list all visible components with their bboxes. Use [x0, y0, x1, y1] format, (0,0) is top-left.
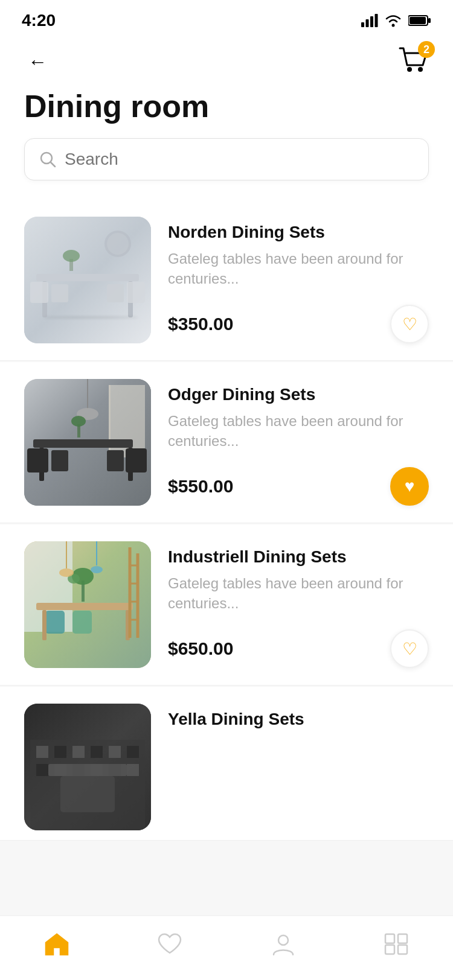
svg-rect-32: [51, 450, 68, 471]
search-input[interactable]: [65, 150, 414, 169]
svg-rect-40: [45, 611, 65, 634]
search-icon: [39, 151, 56, 168]
svg-rect-3: [375, 14, 378, 27]
nav-home[interactable]: [31, 927, 82, 961]
svg-rect-60: [36, 746, 48, 758]
svg-rect-62: [72, 746, 85, 758]
product-bottom-odger: $550.00 ♥: [168, 457, 429, 506]
product-price-norden: $350.00: [168, 314, 233, 334]
svg-line-11: [51, 162, 55, 167]
svg-rect-13: [36, 274, 139, 281]
signal-icon: [361, 14, 378, 27]
cart-button[interactable]: 2: [397, 46, 429, 77]
svg-rect-66: [36, 764, 48, 776]
svg-point-49: [59, 568, 74, 577]
svg-point-37: [71, 416, 86, 427]
product-info-yella: Yella Dining Sets: [168, 704, 429, 830]
wifi-icon: [384, 14, 402, 27]
svg-point-51: [91, 566, 103, 573]
svg-rect-76: [398, 934, 407, 943]
product-info-odger: Odger Dining Sets Gateleg tables have be…: [168, 379, 429, 506]
svg-rect-2: [370, 16, 373, 27]
product-name-norden: Norden Dining Sets: [168, 221, 429, 243]
back-button[interactable]: ←: [24, 48, 51, 75]
product-image-industriell: [24, 541, 151, 668]
product-image-yella: [24, 704, 151, 830]
product-list: Norden Dining Sets Gateleg tables have b…: [0, 200, 453, 841]
grid-icon: [383, 932, 410, 956]
product-card-industriell: Industriell Dining Sets Gateleg tables h…: [0, 524, 453, 686]
svg-rect-61: [54, 746, 66, 758]
svg-point-21: [107, 233, 129, 255]
product-desc-industriell: Gateleg tables have been around for cent…: [168, 573, 429, 614]
product-bottom-industriell: $650.00 ♡: [168, 620, 429, 668]
home-icon: [43, 932, 70, 956]
product-bottom-norden: $350.00 ♡: [168, 295, 429, 343]
status-icons: [361, 14, 431, 27]
svg-rect-31: [126, 448, 147, 472]
svg-point-74: [278, 935, 288, 945]
status-bar: 4:20: [0, 0, 453, 36]
product-name-odger: Odger Dining Sets: [168, 384, 429, 406]
svg-rect-27: [33, 439, 133, 448]
product-card-norden: Norden Dining Sets Gateleg tables have b…: [0, 200, 453, 361]
product-desc-norden: Gateleg tables have been around for cent…: [168, 249, 429, 289]
status-time: 4:20: [22, 11, 56, 30]
svg-rect-17: [127, 282, 145, 303]
product-price-odger: $550.00: [168, 476, 233, 497]
svg-rect-1: [366, 19, 369, 27]
svg-rect-16: [30, 282, 48, 303]
svg-rect-73: [48, 764, 127, 776]
svg-rect-19: [107, 284, 124, 302]
heart-icon-norden: ♡: [402, 314, 417, 334]
cart-badge: 2: [418, 41, 435, 58]
page-title: Dining room: [24, 89, 429, 124]
nav-grid[interactable]: [371, 927, 422, 961]
product-desc-odger: Gateleg tables have been around for cent…: [168, 411, 429, 451]
svg-rect-43: [42, 610, 47, 640]
profile-icon: [270, 932, 297, 956]
svg-rect-64: [109, 746, 121, 758]
svg-rect-77: [385, 945, 394, 954]
heart-icon-odger: ♥: [405, 477, 415, 496]
product-info-norden: Norden Dining Sets Gateleg tables have b…: [168, 217, 429, 343]
svg-rect-42: [36, 603, 133, 610]
header: ← 2: [0, 36, 453, 89]
nav-favorites[interactable]: [144, 927, 195, 961]
search-bar[interactable]: [24, 138, 429, 180]
product-price-industriell: $650.00: [168, 638, 233, 659]
nav-profile[interactable]: [258, 927, 309, 961]
svg-rect-0: [361, 22, 364, 27]
product-image-odger: [24, 379, 151, 506]
favorite-button-norden[interactable]: ♡: [390, 305, 429, 343]
product-card-yella: Yella Dining Sets: [0, 687, 453, 841]
svg-rect-78: [398, 945, 407, 954]
bottom-nav: [0, 915, 453, 980]
product-name-yella: Yella Dining Sets: [168, 708, 429, 730]
svg-rect-33: [107, 450, 124, 471]
svg-point-9: [418, 67, 423, 72]
svg-rect-18: [51, 284, 68, 302]
product-card-odger: Odger Dining Sets Gateleg tables have be…: [0, 362, 453, 523]
product-info-industriell: Industriell Dining Sets Gateleg tables h…: [168, 541, 429, 668]
search-section: [0, 138, 453, 200]
svg-rect-7: [410, 17, 426, 24]
svg-rect-41: [72, 611, 92, 634]
page-title-section: Dining room: [0, 89, 453, 138]
svg-rect-72: [60, 776, 115, 812]
favorite-button-odger[interactable]: ♥: [390, 467, 429, 506]
svg-rect-75: [385, 934, 394, 943]
svg-rect-71: [127, 764, 139, 776]
product-image-norden: [24, 217, 151, 343]
battery-icon: [408, 14, 431, 27]
svg-rect-65: [127, 746, 139, 758]
heart-icon-industriell: ♡: [402, 639, 417, 659]
product-name-industriell: Industriell Dining Sets: [168, 546, 429, 568]
favorites-icon: [156, 932, 183, 956]
svg-point-23: [63, 250, 80, 262]
svg-rect-6: [428, 18, 431, 23]
svg-rect-63: [91, 746, 103, 758]
svg-point-4: [392, 24, 395, 27]
favorite-button-industriell[interactable]: ♡: [390, 629, 429, 668]
svg-point-8: [407, 67, 412, 72]
